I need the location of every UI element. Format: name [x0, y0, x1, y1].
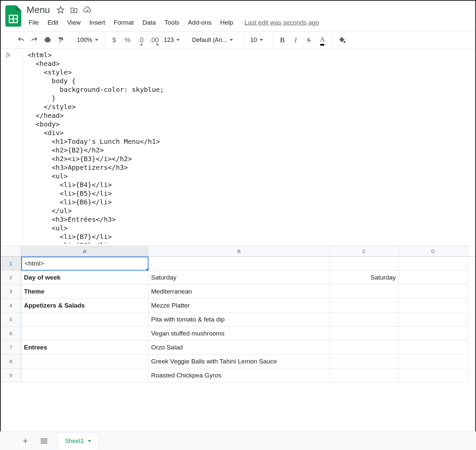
fill-color-button[interactable]: [336, 34, 348, 46]
col-header-D[interactable]: D: [399, 246, 468, 256]
chevron-down-icon: [260, 39, 263, 41]
cell[interactable]: [330, 340, 399, 354]
paint-format-button[interactable]: [55, 34, 67, 46]
cell[interactable]: [21, 368, 148, 382]
row-header[interactable]: 8: [1, 354, 21, 368]
menu-bar: File Edit View Insert Format Data Tools …: [25, 17, 475, 29]
increase-decimal-button[interactable]: .00: [148, 34, 160, 46]
cell[interactable]: Mezze Platter: [148, 299, 330, 313]
cell[interactable]: Appetizers & Salads: [21, 299, 148, 313]
formula-input[interactable]: <html> <head> <style> body { background-…: [28, 51, 472, 244]
currency-button[interactable]: $: [109, 34, 120, 46]
table-row: 9Roasted Chickpea Gyros: [1, 368, 475, 382]
cell[interactable]: Saturday: [330, 271, 399, 285]
cell[interactable]: Greek Veggie Balls with Tahini Lemon Sau…: [148, 354, 330, 368]
cell[interactable]: Roasted Chickpea Gyros: [148, 368, 330, 382]
sheet-tab-bar: + Sheet1: [0, 431, 476, 450]
cell[interactable]: [330, 299, 399, 313]
cell[interactable]: Vegan stuffed mushrooms: [148, 327, 330, 340]
cell[interactable]: <html>: [21, 257, 148, 271]
menu-edit[interactable]: Edit: [44, 18, 63, 28]
menu-format[interactable]: Format: [110, 18, 138, 28]
font-selector[interactable]: Default (Ari...: [190, 37, 240, 44]
fx-label: fx: [6, 51, 23, 58]
doc-title[interactable]: Menu: [25, 4, 52, 16]
cell[interactable]: Mediterranean: [148, 285, 330, 299]
cell[interactable]: [21, 327, 148, 340]
cell[interactable]: Entrees: [21, 340, 148, 354]
row-header[interactable]: 5: [1, 313, 21, 327]
menu-view[interactable]: View: [63, 18, 85, 28]
menu-tools[interactable]: Tools: [160, 18, 183, 28]
cell[interactable]: [399, 299, 468, 313]
row-header[interactable]: 9: [1, 368, 21, 382]
decrease-decimal-button[interactable]: .0: [135, 34, 146, 46]
cell[interactable]: [330, 368, 399, 382]
percent-button[interactable]: %: [122, 34, 133, 46]
cell[interactable]: Saturday: [148, 271, 330, 285]
add-sheet-button[interactable]: +: [20, 436, 31, 446]
redo-button[interactable]: [29, 34, 40, 46]
select-all-corner[interactable]: [1, 246, 21, 256]
menu-insert[interactable]: Insert: [85, 18, 109, 28]
zoom-selector[interactable]: 100%: [75, 37, 100, 44]
col-header-B[interactable]: B: [148, 246, 330, 256]
cell[interactable]: Day of week: [21, 271, 148, 285]
sheets-logo[interactable]: [4, 4, 23, 28]
cell[interactable]: [21, 354, 148, 368]
menu-file[interactable]: File: [25, 18, 43, 28]
zoom-value: 100%: [77, 37, 92, 44]
table-row: 4Appetizers & SaladsMezze Platter: [1, 299, 475, 313]
cell[interactable]: Pita with tomato & feta dip: [148, 313, 330, 327]
cell[interactable]: [399, 340, 468, 354]
cell[interactable]: [330, 285, 399, 299]
toolbar-sep: [272, 35, 273, 45]
menu-help[interactable]: Help: [216, 18, 237, 28]
number-format-selector[interactable]: 123: [162, 37, 182, 44]
cell[interactable]: [330, 354, 399, 368]
cell[interactable]: [330, 313, 399, 327]
cell[interactable]: Orzo Salad: [148, 340, 330, 354]
row-header[interactable]: 6: [1, 327, 21, 340]
text-color-button[interactable]: A: [317, 34, 328, 46]
col-header-C[interactable]: C: [330, 246, 399, 256]
cell[interactable]: [399, 354, 468, 368]
menu-data[interactable]: Data: [138, 18, 160, 28]
cell[interactable]: [148, 257, 330, 271]
print-button[interactable]: [42, 34, 53, 46]
move-icon[interactable]: [69, 5, 79, 15]
all-sheets-button[interactable]: [39, 436, 49, 446]
toolbar: 100% $ % .0 .00 123 Default (Ari... 10 B…: [1, 31, 475, 49]
cell[interactable]: [399, 271, 468, 285]
chevron-down-icon: [230, 39, 233, 41]
row-header[interactable]: 7: [1, 340, 21, 354]
cell[interactable]: [21, 313, 148, 327]
cell[interactable]: [330, 327, 399, 340]
column-headers: A B C D: [1, 246, 475, 257]
cloud-icon[interactable]: [83, 5, 92, 15]
last-edit-link[interactable]: Last edit was seconds ago: [244, 19, 319, 26]
table-row: 7EntreesOrzo Salad: [1, 340, 475, 354]
cell[interactable]: [330, 257, 399, 271]
cell[interactable]: [399, 368, 468, 382]
undo-button[interactable]: [15, 34, 27, 46]
bold-button[interactable]: B: [277, 34, 288, 46]
cell[interactable]: [399, 257, 468, 271]
cell[interactable]: Theme: [21, 285, 148, 299]
cell[interactable]: [399, 313, 468, 327]
row-header[interactable]: 3: [1, 285, 21, 299]
italic-button[interactable]: I: [290, 34, 301, 46]
title-row: Menu: [25, 4, 475, 16]
font-size-selector[interactable]: 10: [248, 37, 268, 44]
row-header[interactable]: 4: [1, 299, 21, 313]
cell[interactable]: [399, 327, 468, 340]
star-icon[interactable]: [56, 5, 65, 15]
menu-addons[interactable]: Add-ons: [184, 18, 215, 28]
row-header[interactable]: 2: [1, 271, 21, 285]
fx-sep: [23, 51, 23, 244]
sheet-tab-active[interactable]: Sheet1: [57, 433, 99, 449]
col-header-A[interactable]: A: [21, 246, 148, 256]
cell[interactable]: [399, 285, 468, 299]
row-header[interactable]: 1: [1, 257, 21, 271]
strikethrough-button[interactable]: S: [303, 34, 315, 46]
